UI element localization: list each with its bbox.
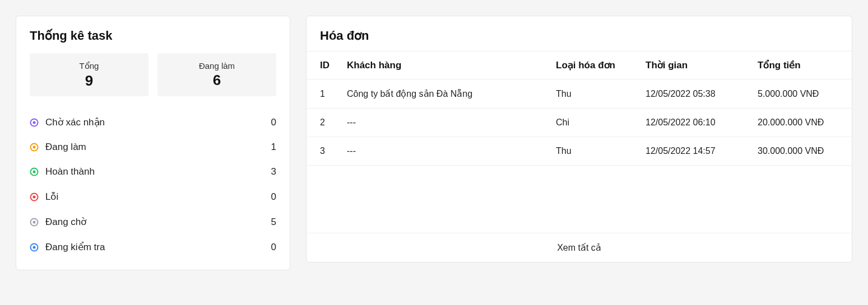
target-icon — [30, 193, 39, 201]
status-count: 0 — [271, 191, 276, 203]
status-row-error[interactable]: Lỗi 0 — [30, 184, 276, 209]
svg-point-9 — [33, 220, 36, 223]
cell-id: 3 — [307, 137, 340, 166]
target-icon — [30, 218, 39, 227]
svg-point-5 — [33, 171, 36, 173]
stats-title: Thống kê task — [30, 29, 276, 43]
cell-total: 5.000.000 VNĐ — [751, 79, 852, 109]
status-count: 5 — [271, 217, 276, 228]
tile-value: 9 — [30, 72, 148, 90]
status-count: 0 — [271, 117, 276, 128]
cell-id: 1 — [307, 79, 340, 109]
svg-point-7 — [33, 195, 36, 198]
status-label: Chờ xác nhận — [45, 116, 105, 128]
cell-type: Chi — [549, 109, 639, 137]
summary-tile-in-progress: Đang làm 6 — [157, 53, 276, 96]
invoice-card: Hóa đơn ID Khách hàng Loại hóa đơn Thời … — [306, 16, 852, 262]
stats-summary-row: Tổng 9 Đang làm 6 — [30, 53, 276, 96]
cell-customer: --- — [340, 137, 549, 166]
status-label: Đang làm — [45, 142, 86, 153]
th-id: ID — [307, 51, 340, 79]
svg-point-11 — [33, 246, 36, 248]
status-label: Lỗi — [45, 191, 58, 203]
svg-point-1 — [33, 121, 36, 124]
status-label: Đang kiểm tra — [45, 241, 105, 253]
tile-label: Đang làm — [157, 61, 276, 71]
cell-time: 12/05/2022 05:38 — [639, 79, 751, 109]
cell-type: Thu — [549, 137, 639, 166]
target-icon — [30, 143, 39, 152]
status-count: 0 — [271, 242, 276, 253]
status-row-testing[interactable]: Đang kiểm tra 0 — [30, 234, 276, 260]
status-row-doing[interactable]: Đang làm 1 — [30, 135, 276, 159]
cell-customer: --- — [340, 109, 549, 137]
cell-time: 12/05/2022 14:57 — [639, 137, 751, 166]
cell-time: 12/05/2022 06:10 — [639, 109, 751, 137]
table-row[interactable]: 3 --- Thu 12/05/2022 14:57 30.000.000 VN… — [307, 137, 852, 166]
cell-total: 20.000.000 VNĐ — [751, 109, 852, 137]
tile-label: Tổng — [30, 61, 148, 71]
th-total: Tổng tiền — [751, 51, 852, 79]
target-icon — [30, 167, 39, 176]
th-type: Loại hóa đơn — [549, 51, 639, 79]
table-empty-space — [307, 166, 852, 233]
status-label: Hoàn thành — [45, 166, 95, 177]
status-row-pending[interactable]: Chờ xác nhận 0 — [30, 110, 276, 135]
status-count: 1 — [271, 142, 276, 153]
invoice-title: Hóa đơn — [307, 16, 852, 51]
status-count: 3 — [271, 166, 276, 177]
tile-value: 6 — [157, 72, 276, 89]
target-icon — [30, 243, 39, 252]
status-label: Đang chờ — [45, 216, 86, 228]
cell-type: Thu — [549, 79, 639, 109]
status-row-done[interactable]: Hoàn thành 3 — [30, 159, 276, 184]
view-all-button[interactable]: Xem tất cả — [307, 233, 852, 262]
cell-customer: Công ty bất động sản Đà Nẵng — [340, 79, 549, 109]
table-header-row: ID Khách hàng Loại hóa đơn Thời gian Tổn… — [307, 51, 852, 79]
invoice-table: ID Khách hàng Loại hóa đơn Thời gian Tổn… — [307, 51, 852, 166]
status-row-waiting[interactable]: Đang chờ 5 — [30, 209, 276, 234]
table-row[interactable]: 2 --- Chi 12/05/2022 06:10 20.000.000 VN… — [307, 109, 852, 137]
cell-id: 2 — [307, 109, 340, 137]
target-icon — [30, 118, 39, 127]
th-customer: Khách hàng — [340, 51, 549, 79]
table-row[interactable]: 1 Công ty bất động sản Đà Nẵng Thu 12/05… — [307, 79, 852, 109]
th-time: Thời gian — [639, 51, 751, 79]
summary-tile-total: Tổng 9 — [30, 53, 148, 96]
status-list: Chờ xác nhận 0 Đang làm 1 Hoàn thành 3 — [30, 110, 276, 260]
svg-point-3 — [33, 146, 36, 149]
cell-total: 30.000.000 VNĐ — [751, 137, 852, 166]
task-stats-card: Thống kê task Tổng 9 Đang làm 6 Chờ xác … — [16, 16, 290, 270]
